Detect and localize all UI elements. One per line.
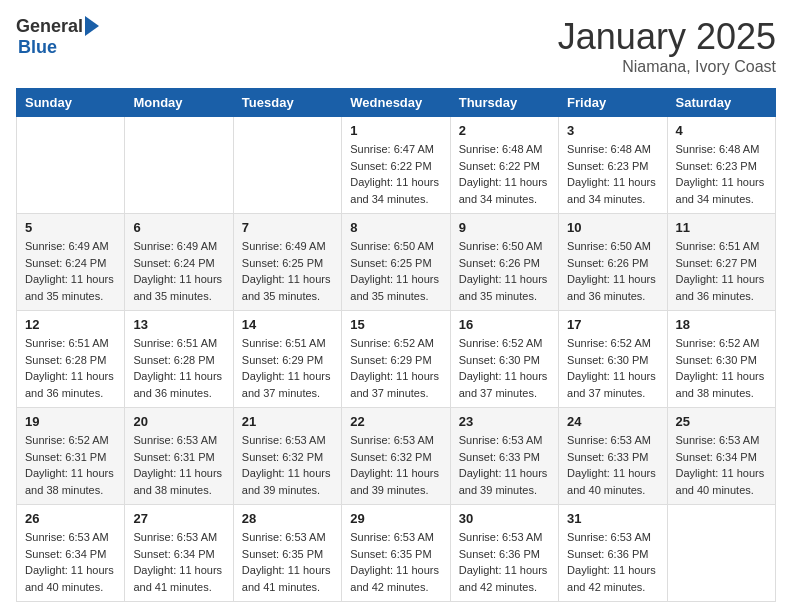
day-info: Sunrise: 6:53 AM Sunset: 6:34 PM Dayligh… bbox=[133, 529, 224, 595]
day-info: Sunrise: 6:49 AM Sunset: 6:24 PM Dayligh… bbox=[133, 238, 224, 304]
day-number: 19 bbox=[25, 414, 116, 429]
day-info: Sunrise: 6:53 AM Sunset: 6:32 PM Dayligh… bbox=[242, 432, 333, 498]
calendar-cell bbox=[125, 117, 233, 214]
day-number: 3 bbox=[567, 123, 658, 138]
calendar-day-header: Wednesday bbox=[342, 89, 450, 117]
day-info: Sunrise: 6:48 AM Sunset: 6:22 PM Dayligh… bbox=[459, 141, 550, 207]
day-info: Sunrise: 6:50 AM Sunset: 6:26 PM Dayligh… bbox=[567, 238, 658, 304]
calendar-cell bbox=[17, 117, 125, 214]
calendar-cell: 5Sunrise: 6:49 AM Sunset: 6:24 PM Daylig… bbox=[17, 214, 125, 311]
calendar-cell: 3Sunrise: 6:48 AM Sunset: 6:23 PM Daylig… bbox=[559, 117, 667, 214]
day-number: 1 bbox=[350, 123, 441, 138]
calendar-cell: 15Sunrise: 6:52 AM Sunset: 6:29 PM Dayli… bbox=[342, 311, 450, 408]
day-info: Sunrise: 6:50 AM Sunset: 6:25 PM Dayligh… bbox=[350, 238, 441, 304]
calendar-cell: 9Sunrise: 6:50 AM Sunset: 6:26 PM Daylig… bbox=[450, 214, 558, 311]
calendar-cell bbox=[667, 505, 775, 602]
day-info: Sunrise: 6:53 AM Sunset: 6:35 PM Dayligh… bbox=[350, 529, 441, 595]
calendar-day-header: Monday bbox=[125, 89, 233, 117]
day-number: 13 bbox=[133, 317, 224, 332]
day-number: 25 bbox=[676, 414, 767, 429]
day-info: Sunrise: 6:48 AM Sunset: 6:23 PM Dayligh… bbox=[567, 141, 658, 207]
calendar-cell: 1Sunrise: 6:47 AM Sunset: 6:22 PM Daylig… bbox=[342, 117, 450, 214]
day-number: 2 bbox=[459, 123, 550, 138]
day-info: Sunrise: 6:52 AM Sunset: 6:30 PM Dayligh… bbox=[459, 335, 550, 401]
calendar-cell: 22Sunrise: 6:53 AM Sunset: 6:32 PM Dayli… bbox=[342, 408, 450, 505]
day-info: Sunrise: 6:53 AM Sunset: 6:34 PM Dayligh… bbox=[676, 432, 767, 498]
calendar-cell: 30Sunrise: 6:53 AM Sunset: 6:36 PM Dayli… bbox=[450, 505, 558, 602]
calendar-week-row: 26Sunrise: 6:53 AM Sunset: 6:34 PM Dayli… bbox=[17, 505, 776, 602]
day-info: Sunrise: 6:52 AM Sunset: 6:29 PM Dayligh… bbox=[350, 335, 441, 401]
calendar-cell: 27Sunrise: 6:53 AM Sunset: 6:34 PM Dayli… bbox=[125, 505, 233, 602]
logo-general-text: General bbox=[16, 16, 83, 37]
calendar-week-row: 19Sunrise: 6:52 AM Sunset: 6:31 PM Dayli… bbox=[17, 408, 776, 505]
calendar-cell: 11Sunrise: 6:51 AM Sunset: 6:27 PM Dayli… bbox=[667, 214, 775, 311]
calendar-cell: 21Sunrise: 6:53 AM Sunset: 6:32 PM Dayli… bbox=[233, 408, 341, 505]
day-info: Sunrise: 6:53 AM Sunset: 6:36 PM Dayligh… bbox=[567, 529, 658, 595]
day-info: Sunrise: 6:52 AM Sunset: 6:30 PM Dayligh… bbox=[567, 335, 658, 401]
day-number: 4 bbox=[676, 123, 767, 138]
calendar-cell: 18Sunrise: 6:52 AM Sunset: 6:30 PM Dayli… bbox=[667, 311, 775, 408]
day-info: Sunrise: 6:53 AM Sunset: 6:35 PM Dayligh… bbox=[242, 529, 333, 595]
day-number: 6 bbox=[133, 220, 224, 235]
month-title: January 2025 bbox=[558, 16, 776, 58]
day-info: Sunrise: 6:49 AM Sunset: 6:25 PM Dayligh… bbox=[242, 238, 333, 304]
day-number: 18 bbox=[676, 317, 767, 332]
location-text: Niamana, Ivory Coast bbox=[558, 58, 776, 76]
day-info: Sunrise: 6:53 AM Sunset: 6:34 PM Dayligh… bbox=[25, 529, 116, 595]
day-info: Sunrise: 6:53 AM Sunset: 6:36 PM Dayligh… bbox=[459, 529, 550, 595]
calendar-cell: 8Sunrise: 6:50 AM Sunset: 6:25 PM Daylig… bbox=[342, 214, 450, 311]
day-number: 31 bbox=[567, 511, 658, 526]
calendar-cell: 4Sunrise: 6:48 AM Sunset: 6:23 PM Daylig… bbox=[667, 117, 775, 214]
calendar-week-row: 5Sunrise: 6:49 AM Sunset: 6:24 PM Daylig… bbox=[17, 214, 776, 311]
calendar-header-row: SundayMondayTuesdayWednesdayThursdayFrid… bbox=[17, 89, 776, 117]
calendar-cell: 7Sunrise: 6:49 AM Sunset: 6:25 PM Daylig… bbox=[233, 214, 341, 311]
day-number: 30 bbox=[459, 511, 550, 526]
day-info: Sunrise: 6:51 AM Sunset: 6:27 PM Dayligh… bbox=[676, 238, 767, 304]
day-number: 23 bbox=[459, 414, 550, 429]
calendar-cell bbox=[233, 117, 341, 214]
calendar-cell: 19Sunrise: 6:52 AM Sunset: 6:31 PM Dayli… bbox=[17, 408, 125, 505]
calendar-cell: 20Sunrise: 6:53 AM Sunset: 6:31 PM Dayli… bbox=[125, 408, 233, 505]
day-info: Sunrise: 6:47 AM Sunset: 6:22 PM Dayligh… bbox=[350, 141, 441, 207]
calendar-cell: 16Sunrise: 6:52 AM Sunset: 6:30 PM Dayli… bbox=[450, 311, 558, 408]
calendar-cell: 25Sunrise: 6:53 AM Sunset: 6:34 PM Dayli… bbox=[667, 408, 775, 505]
day-number: 8 bbox=[350, 220, 441, 235]
day-number: 27 bbox=[133, 511, 224, 526]
logo: General Blue bbox=[16, 16, 99, 58]
day-info: Sunrise: 6:51 AM Sunset: 6:29 PM Dayligh… bbox=[242, 335, 333, 401]
day-number: 10 bbox=[567, 220, 658, 235]
calendar-day-header: Saturday bbox=[667, 89, 775, 117]
day-number: 20 bbox=[133, 414, 224, 429]
day-number: 15 bbox=[350, 317, 441, 332]
day-info: Sunrise: 6:52 AM Sunset: 6:30 PM Dayligh… bbox=[676, 335, 767, 401]
day-info: Sunrise: 6:53 AM Sunset: 6:31 PM Dayligh… bbox=[133, 432, 224, 498]
day-number: 28 bbox=[242, 511, 333, 526]
calendar-cell: 26Sunrise: 6:53 AM Sunset: 6:34 PM Dayli… bbox=[17, 505, 125, 602]
calendar-cell: 23Sunrise: 6:53 AM Sunset: 6:33 PM Dayli… bbox=[450, 408, 558, 505]
page-header: General Blue January 2025 Niamana, Ivory… bbox=[16, 16, 776, 76]
calendar-day-header: Friday bbox=[559, 89, 667, 117]
day-info: Sunrise: 6:50 AM Sunset: 6:26 PM Dayligh… bbox=[459, 238, 550, 304]
day-number: 9 bbox=[459, 220, 550, 235]
calendar-day-header: Tuesday bbox=[233, 89, 341, 117]
day-info: Sunrise: 6:53 AM Sunset: 6:32 PM Dayligh… bbox=[350, 432, 441, 498]
day-info: Sunrise: 6:52 AM Sunset: 6:31 PM Dayligh… bbox=[25, 432, 116, 498]
calendar-cell: 28Sunrise: 6:53 AM Sunset: 6:35 PM Dayli… bbox=[233, 505, 341, 602]
day-number: 7 bbox=[242, 220, 333, 235]
calendar-cell: 13Sunrise: 6:51 AM Sunset: 6:28 PM Dayli… bbox=[125, 311, 233, 408]
calendar-cell: 6Sunrise: 6:49 AM Sunset: 6:24 PM Daylig… bbox=[125, 214, 233, 311]
day-number: 14 bbox=[242, 317, 333, 332]
day-info: Sunrise: 6:51 AM Sunset: 6:28 PM Dayligh… bbox=[133, 335, 224, 401]
logo-arrow-icon bbox=[85, 16, 99, 36]
calendar-week-row: 1Sunrise: 6:47 AM Sunset: 6:22 PM Daylig… bbox=[17, 117, 776, 214]
day-number: 12 bbox=[25, 317, 116, 332]
day-number: 29 bbox=[350, 511, 441, 526]
day-number: 17 bbox=[567, 317, 658, 332]
day-info: Sunrise: 6:49 AM Sunset: 6:24 PM Dayligh… bbox=[25, 238, 116, 304]
calendar-day-header: Thursday bbox=[450, 89, 558, 117]
calendar-cell: 24Sunrise: 6:53 AM Sunset: 6:33 PM Dayli… bbox=[559, 408, 667, 505]
calendar-week-row: 12Sunrise: 6:51 AM Sunset: 6:28 PM Dayli… bbox=[17, 311, 776, 408]
day-info: Sunrise: 6:51 AM Sunset: 6:28 PM Dayligh… bbox=[25, 335, 116, 401]
calendar-cell: 14Sunrise: 6:51 AM Sunset: 6:29 PM Dayli… bbox=[233, 311, 341, 408]
day-info: Sunrise: 6:53 AM Sunset: 6:33 PM Dayligh… bbox=[567, 432, 658, 498]
